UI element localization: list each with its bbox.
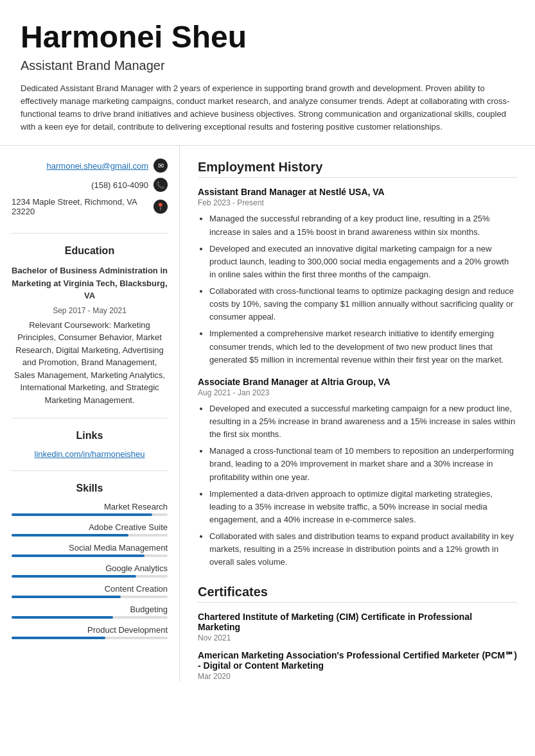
skill-item: Product Development xyxy=(12,625,168,639)
cert-date: Mar 2020 xyxy=(198,672,517,681)
employment-section: Employment History Assistant Brand Manag… xyxy=(198,160,517,569)
job-bullets: Managed the successful rebranding of a k… xyxy=(198,212,517,366)
skills-section: Skills Market Research Adobe Creative Su… xyxy=(12,483,168,657)
cert-item: American Marketing Association's Profess… xyxy=(198,650,517,681)
contact-section: harmonei.sheu@gmail.com ✉ (158) 610-4090… xyxy=(12,159,168,234)
location-icon: 📍 xyxy=(153,200,168,214)
skill-name: Product Development xyxy=(12,625,168,635)
skill-bar-fill xyxy=(12,575,136,578)
cert-item: Chartered Institute of Marketing (CIM) C… xyxy=(198,612,517,642)
skill-item: Adobe Creative Suite xyxy=(12,522,168,537)
job-bullet: Managed a cross-functional team of 10 me… xyxy=(209,445,517,483)
skill-name: Google Analytics xyxy=(12,563,168,573)
cert-date: Nov 2021 xyxy=(198,633,517,642)
education-content: Bachelor of Business Administration in M… xyxy=(12,264,168,406)
email-icon: ✉ xyxy=(153,159,168,173)
job-bullet: Developed and executed a successful mark… xyxy=(209,402,517,441)
skill-name: Adobe Creative Suite xyxy=(12,522,168,532)
skill-bar-fill xyxy=(12,534,128,537)
email-item: harmonei.sheu@gmail.com ✉ xyxy=(12,159,168,173)
skill-bar-fill xyxy=(12,513,152,516)
skill-name: Budgeting xyxy=(12,605,168,614)
cert-title: Chartered Institute of Marketing (CIM) C… xyxy=(198,612,517,632)
sidebar: harmonei.sheu@gmail.com ✉ (158) 610-4090… xyxy=(0,146,180,682)
phone-text: (158) 610-4090 xyxy=(91,180,148,190)
skills-list: Market Research Adobe Creative Suite Soc… xyxy=(12,502,168,639)
degree-text: Bachelor of Business Administration in M… xyxy=(12,264,168,302)
job-bullet: Implemented a data-driven approach to op… xyxy=(209,488,517,526)
phone-icon: 📞 xyxy=(153,178,168,192)
skill-bar-bg xyxy=(12,534,168,537)
skill-item: Market Research xyxy=(12,502,168,516)
education-section: Education Bachelor of Business Administr… xyxy=(12,245,168,418)
job-bullet: Collaborated with sales and distribution… xyxy=(209,530,517,569)
skill-bar-fill xyxy=(12,637,105,639)
skills-title: Skills xyxy=(12,483,168,494)
linkedin-link[interactable]: linkedin.com/in/harmoneisheu xyxy=(12,449,168,459)
skill-name: Content Creation xyxy=(12,584,168,594)
job-bullets: Developed and executed a successful mark… xyxy=(198,402,517,569)
job-title: Assistant Brand Manager at Nestlé USA, V… xyxy=(198,187,517,197)
address-item: 1234 Maple Street, Richmond, VA 23220 📍 xyxy=(12,197,168,216)
coursework-label: Relevant Coursework: Marketing Principle… xyxy=(12,319,168,407)
skill-item: Social Media Management xyxy=(12,543,168,557)
job-date: Aug 2021 - Jan 2023 xyxy=(198,388,517,397)
links-title: Links xyxy=(12,430,168,442)
cert-title: American Marketing Association's Profess… xyxy=(198,650,517,671)
skill-name: Market Research xyxy=(12,502,168,511)
skill-bar-bg xyxy=(12,596,168,598)
job-block: Associate Brand Manager at Altria Group,… xyxy=(198,377,517,569)
education-title: Education xyxy=(12,245,168,257)
email-link[interactable]: harmonei.sheu@gmail.com xyxy=(47,161,148,171)
skill-bar-fill xyxy=(12,616,113,619)
skill-name: Social Media Management xyxy=(12,543,168,553)
job-title: Associate Brand Manager at Altria Group,… xyxy=(198,377,517,387)
header: Harmonei Sheu Assistant Brand Manager De… xyxy=(0,0,535,146)
content-area: Employment History Assistant Brand Manag… xyxy=(180,146,535,710)
skill-bar-bg xyxy=(12,637,168,639)
candidate-summary: Dedicated Assistant Brand Manager with 2… xyxy=(21,82,514,134)
jobs-list: Assistant Brand Manager at Nestlé USA, V… xyxy=(198,187,517,569)
skill-bar-bg xyxy=(12,616,168,619)
skill-item: Budgeting xyxy=(12,605,168,619)
job-bullet: Developed and executed an innovative dig… xyxy=(209,243,517,281)
job-date: Feb 2023 - Present xyxy=(198,198,517,207)
employment-title: Employment History xyxy=(198,160,517,178)
job-bullet: Implemented a comprehensive market resea… xyxy=(209,327,517,366)
skill-bar-bg xyxy=(12,554,168,557)
skill-bar-bg xyxy=(12,513,168,516)
skill-item: Google Analytics xyxy=(12,563,168,578)
phone-item: (158) 610-4090 📞 xyxy=(12,178,168,192)
main-layout: harmonei.sheu@gmail.com ✉ (158) 610-4090… xyxy=(0,146,535,710)
candidate-title: Assistant Brand Manager xyxy=(21,58,514,73)
skill-bar-fill xyxy=(12,596,121,598)
certificates-title: Certificates xyxy=(198,585,517,603)
skill-bar-fill xyxy=(12,554,145,557)
job-bullet: Collaborated with cross-functional teams… xyxy=(209,285,517,323)
job-block: Assistant Brand Manager at Nestlé USA, V… xyxy=(198,187,517,366)
education-date: Sep 2017 - May 2021 xyxy=(12,305,168,316)
skill-bar-bg xyxy=(12,575,168,578)
candidate-name: Harmonei Sheu xyxy=(21,21,514,55)
certificates-section: Certificates Chartered Institute of Mark… xyxy=(198,585,517,681)
certs-list: Chartered Institute of Marketing (CIM) C… xyxy=(198,612,517,681)
links-section: Links linkedin.com/in/harmoneisheu xyxy=(12,430,168,471)
skill-item: Content Creation xyxy=(12,584,168,598)
address-text: 1234 Maple Street, Richmond, VA 23220 xyxy=(12,197,148,216)
job-bullet: Managed the successful rebranding of a k… xyxy=(209,212,517,238)
